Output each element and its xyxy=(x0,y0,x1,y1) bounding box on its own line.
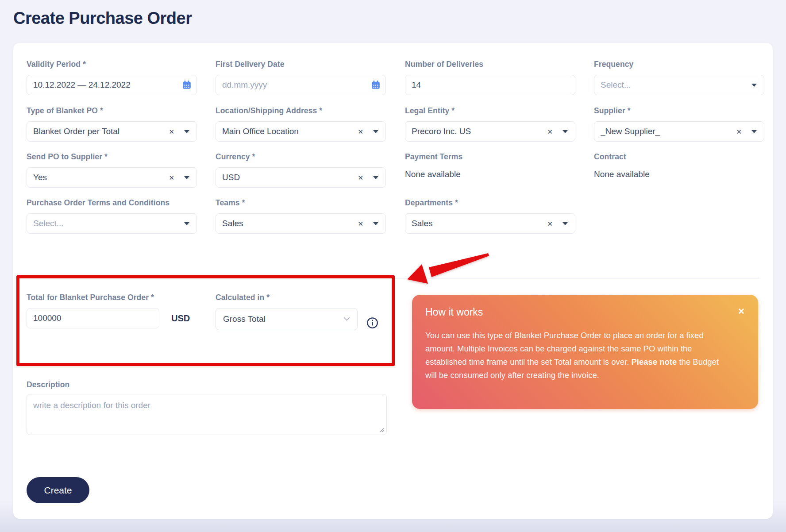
selected-value: Select... xyxy=(601,80,751,90)
field-send-po-to-supplier: Send PO to Supplier * Yes ✕ xyxy=(27,152,197,188)
chevron-down-icon[interactable] xyxy=(751,84,757,87)
currency-label: Currency * xyxy=(216,152,386,162)
validity-period-label: Validity Period * xyxy=(27,60,197,69)
teams-label: Teams * xyxy=(216,198,386,208)
supplier-label: Supplier * xyxy=(594,106,764,116)
clear-icon[interactable]: ✕ xyxy=(547,128,553,135)
field-legal-entity: Legal Entity * Precoro Inc. US ✕ xyxy=(405,106,575,142)
field-departments: Departments * Sales ✕ xyxy=(405,198,575,234)
departments-label: Departments * xyxy=(405,198,575,208)
page-title: Create Purchase Order xyxy=(13,9,192,28)
location-shipping-address-select[interactable]: Main Office Location ✕ xyxy=(216,121,386,142)
clear-icon[interactable]: ✕ xyxy=(358,220,363,227)
send-po-to-supplier-label: Send PO to Supplier * xyxy=(27,152,197,162)
validity-period-input[interactable] xyxy=(27,75,197,95)
legal-entity-label: Legal Entity * xyxy=(405,106,575,116)
frequency-label: Frequency xyxy=(594,60,764,69)
calendar-icon[interactable] xyxy=(182,80,192,90)
chevron-down-icon[interactable] xyxy=(373,130,378,133)
field-teams: Teams * Sales ✕ xyxy=(216,198,386,234)
field-location-shipping-address: Location/Shipping Address * Main Office … xyxy=(216,106,386,142)
field-payment-terms: Payment Terms None available xyxy=(405,152,575,179)
clear-icon[interactable]: ✕ xyxy=(169,174,174,181)
po-terms-select[interactable]: Select... xyxy=(27,213,197,234)
clear-icon[interactable]: ✕ xyxy=(358,174,363,181)
field-supplier: Supplier * _New Supplier_ ✕ xyxy=(594,106,764,142)
contract-label: Contract xyxy=(594,152,764,162)
how-it-works-body: You can use this type of Blanket Purchas… xyxy=(425,329,724,382)
clear-icon[interactable]: ✕ xyxy=(736,128,742,135)
legal-entity-select[interactable]: Precoro Inc. US ✕ xyxy=(405,121,575,142)
payment-terms-label: Payment Terms xyxy=(405,152,575,162)
how-it-works-card: How it works ✕ You can use this type of … xyxy=(412,295,758,409)
field-validity-period: Validity Period * xyxy=(27,60,197,95)
field-po-terms-and-conditions: Purchase Order Terms and Conditions Sele… xyxy=(27,198,197,234)
selected-value: USD xyxy=(222,173,358,182)
chevron-down-icon[interactable] xyxy=(751,130,757,133)
payment-terms-value: None available xyxy=(405,170,575,179)
number-of-deliveries-label: Number of Deliveries xyxy=(405,60,575,69)
how-it-works-note: Please note xyxy=(631,357,677,366)
po-terms-label: Purchase Order Terms and Conditions xyxy=(27,198,197,208)
description-label: Description xyxy=(27,380,387,389)
field-contract: Contract None available xyxy=(594,152,764,179)
clear-icon[interactable]: ✕ xyxy=(358,128,363,135)
calendar-icon[interactable] xyxy=(371,80,381,90)
number-of-deliveries-input[interactable] xyxy=(405,75,575,95)
selected-value: Yes xyxy=(33,173,169,182)
chevron-down-icon[interactable] xyxy=(184,176,189,179)
highlight-annotation-box xyxy=(16,275,395,366)
clear-icon[interactable]: ✕ xyxy=(169,128,174,135)
field-currency: Currency * USD ✕ xyxy=(216,152,386,188)
close-icon[interactable]: ✕ xyxy=(738,307,745,316)
location-shipping-address-label: Location/Shipping Address * xyxy=(216,106,386,116)
type-of-blanket-po-select[interactable]: Blanket Order per Total ✕ xyxy=(27,121,197,142)
frequency-select[interactable]: Select... xyxy=(594,75,764,95)
selected-value: Main Office Location xyxy=(222,127,358,136)
field-first-delivery-date: First Delivery Date xyxy=(216,60,386,95)
field-type-of-blanket-po: Type of Blanket PO * Blanket Order per T… xyxy=(27,106,197,142)
field-number-of-deliveries: Number of Deliveries xyxy=(405,60,575,95)
type-of-blanket-po-label: Type of Blanket PO * xyxy=(27,106,197,116)
chevron-down-icon[interactable] xyxy=(373,222,378,225)
selected-value: _New Supplier_ xyxy=(601,127,736,136)
chevron-down-icon[interactable] xyxy=(563,222,568,225)
departments-select[interactable]: Sales ✕ xyxy=(405,213,575,234)
currency-select[interactable]: USD ✕ xyxy=(216,167,386,188)
form-card: Validity Period * First Delivery Date Nu… xyxy=(13,43,773,519)
field-description: Description xyxy=(27,380,387,395)
field-frequency: Frequency Select... xyxy=(594,60,764,95)
chevron-down-icon[interactable] xyxy=(184,222,189,225)
selected-value: Precoro Inc. US xyxy=(412,127,547,136)
selected-value: Sales xyxy=(412,219,547,228)
clear-icon[interactable]: ✕ xyxy=(547,220,553,227)
create-button[interactable]: Create xyxy=(27,477,89,503)
send-po-to-supplier-select[interactable]: Yes ✕ xyxy=(27,167,197,188)
selected-value: Select... xyxy=(33,219,184,228)
first-delivery-date-label: First Delivery Date xyxy=(216,60,386,69)
first-delivery-date-input[interactable] xyxy=(216,75,386,95)
chevron-down-icon[interactable] xyxy=(563,130,568,133)
selected-value: Sales xyxy=(222,219,358,228)
selected-value: Blanket Order per Total xyxy=(33,127,169,136)
contract-value: None available xyxy=(594,170,764,179)
description-textarea[interactable] xyxy=(27,394,387,435)
supplier-select[interactable]: _New Supplier_ ✕ xyxy=(594,121,764,142)
chevron-down-icon[interactable] xyxy=(184,130,189,133)
teams-select[interactable]: Sales ✕ xyxy=(216,213,386,234)
chevron-down-icon[interactable] xyxy=(373,176,378,179)
section-divider xyxy=(395,278,759,278)
how-it-works-title: How it works xyxy=(425,306,738,318)
